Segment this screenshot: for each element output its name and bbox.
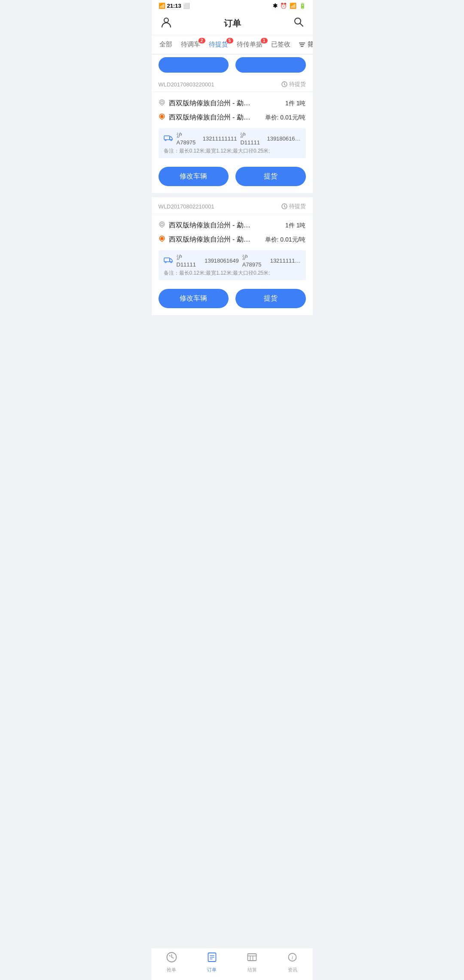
- to-pin-2: [159, 236, 165, 244]
- nav-orders-label: 订单: [207, 967, 217, 973]
- tab-signed[interactable]: 已签收: [267, 35, 295, 54]
- truck-icon-1: [164, 134, 173, 143]
- truck1-plate-1: 沪A78975: [177, 132, 199, 146]
- to-location-1: 西双版纳傣族自治州 - 勐…: [169, 113, 250, 122]
- truck2-phone-2: 13211111…: [270, 257, 301, 264]
- filter-label: 筛选: [308, 40, 313, 49]
- content: WLD20170803220001 待提货 西: [152, 75, 313, 315]
- order-card-1: WLD20170803220001 待提货 西: [152, 75, 313, 193]
- modify-vehicle-btn-2[interactable]: 修改车辆: [159, 289, 229, 308]
- to-pin-1: [159, 113, 165, 122]
- from-row-2: 西双版纳傣族自治州 - 勐… 1件 1吨: [159, 218, 306, 233]
- billing-icon: [247, 952, 258, 965]
- svg-point-16: [171, 262, 172, 263]
- truck-info-1: 沪A78975 13211111111 沪D11111 139180616… 备…: [159, 128, 306, 158]
- tab-all[interactable]: 全部: [155, 35, 177, 54]
- signal-icon: 📶: [159, 3, 165, 9]
- from-location-1: 西双版纳傣族自治州 - 勐…: [169, 99, 250, 108]
- truck2-plate-2: 沪A78975: [242, 254, 267, 268]
- order-status-2: 待提货: [281, 202, 306, 210]
- nav-grab-label: 抢单: [167, 967, 176, 973]
- svg-point-7: [161, 115, 163, 118]
- pickup-btn-1[interactable]: 提货: [235, 167, 306, 186]
- order-route-1: 西双版纳傣族自治州 - 勐… 1件 1吨 西双版纳傣族自治州 - 勐… 单价: …: [152, 92, 313, 125]
- search-icon[interactable]: [293, 16, 304, 30]
- price-1: 单价: 0.01元/吨: [265, 114, 306, 122]
- truck1-phone-2: 13918061649: [205, 257, 239, 264]
- svg-point-12: [161, 223, 163, 226]
- order-header-1: WLD20170803220001 待提货: [152, 75, 313, 92]
- to-row-2: 西双版纳傣族自治州 - 勐… 单价: 0.01元/吨: [159, 233, 306, 247]
- from-pin-2: [159, 221, 165, 230]
- svg-point-13: [161, 237, 163, 240]
- order-id-1: WLD20170803220001: [159, 81, 214, 88]
- nav-news[interactable]: i 资讯: [272, 952, 313, 973]
- svg-rect-22: [248, 954, 256, 961]
- truck1-plate-2: 沪D11111: [177, 254, 201, 268]
- svg-rect-14: [164, 258, 170, 262]
- battery-icon: 🔋: [299, 3, 306, 9]
- action-btns-1: 修改车辆 提货: [152, 162, 313, 193]
- quantity-2: 1件 1吨: [285, 222, 305, 230]
- nav-billing-label: 结算: [247, 967, 257, 973]
- status-right: ✱ ⏰ 📶 🔋: [273, 3, 306, 9]
- bottom-nav: 抢单 订单 结算 i: [152, 948, 313, 980]
- svg-rect-8: [164, 136, 170, 140]
- nav-grab[interactable]: 抢单: [152, 952, 192, 973]
- modify-vehicle-btn-1[interactable]: 修改车辆: [159, 167, 229, 186]
- truck-row-2: 沪D11111 13918061649 沪A78975 13211111…: [164, 254, 301, 268]
- tab-pending-pickup[interactable]: 待提货 5: [205, 35, 232, 55]
- bluetooth-icon: ✱: [273, 3, 278, 9]
- svg-point-0: [164, 18, 168, 22]
- truck1-phone-1: 13211111111: [203, 135, 237, 142]
- tab-pending-dispatch[interactable]: 待调车 2: [177, 35, 205, 54]
- news-icon: i: [287, 952, 298, 965]
- tab-pending-docs[interactable]: 待传单据 1: [232, 35, 267, 54]
- nav-news-label: 资讯: [288, 967, 297, 973]
- svg-point-10: [171, 140, 172, 141]
- from-row-1: 西双版纳傣族自治州 - 勐… 1件 1吨: [159, 96, 306, 110]
- from-location-2: 西双版纳傣族自治州 - 勐…: [169, 221, 250, 230]
- truck-icon-2: [164, 256, 173, 265]
- status-bar: 📶 21:13 ⬜ ✱ ⏰ 📶 🔋: [152, 0, 313, 12]
- time: 21:13: [167, 3, 181, 9]
- page-title: 订单: [224, 18, 241, 29]
- from-pin-1: [159, 99, 165, 108]
- truck-row-1: 沪A78975 13211111111 沪D11111 139180616…: [164, 132, 301, 146]
- action-btns-2: 修改车辆 提货: [152, 284, 313, 315]
- filter-button[interactable]: 筛选: [295, 35, 313, 54]
- truck-info-2: 沪D11111 13918061649 沪A78975 13211111… 备注…: [159, 250, 306, 280]
- truck2-plate-1: 沪D11111: [240, 132, 263, 146]
- storage-icon: ⬜: [183, 3, 190, 9]
- svg-point-15: [165, 262, 166, 263]
- grab-icon: [166, 952, 177, 965]
- header: 订单: [152, 12, 313, 35]
- svg-point-6: [161, 101, 163, 104]
- order-header-2: WLD20170802210001 待提货: [152, 197, 313, 214]
- to-row-1: 西双版纳傣族自治州 - 勐… 单价: 0.01元/吨: [159, 110, 306, 125]
- truck-notes-1: 备注：最长0.12米;最宽1.12米;最大口径0.25米;: [164, 147, 301, 155]
- nav-billing[interactable]: 结算: [232, 952, 272, 973]
- quantity-1: 1件 1吨: [285, 100, 305, 107]
- wifi-icon: 📶: [290, 3, 296, 9]
- truck-notes-2: 备注：最长0.12米;最宽1.12米;最大口径0.25米;: [164, 270, 301, 277]
- orders-icon: [206, 952, 217, 965]
- strip-btn-2[interactable]: [235, 57, 306, 73]
- user-icon[interactable]: [160, 16, 172, 31]
- order-route-2: 西双版纳傣族自治州 - 勐… 1件 1吨 西双版纳傣族自治州 - 勐… 单价: …: [152, 214, 313, 247]
- truck2-phone-1: 139180616…: [267, 135, 300, 142]
- top-strip: [152, 55, 313, 75]
- order-id-2: WLD20170802210001: [159, 203, 214, 210]
- strip-btn-1[interactable]: [159, 57, 229, 73]
- nav-orders[interactable]: 订单: [192, 952, 232, 973]
- pickup-btn-2[interactable]: 提货: [235, 289, 306, 308]
- to-location-2: 西双版纳傣族自治州 - 勐…: [169, 235, 250, 244]
- status-left: 📶 21:13 ⬜: [159, 3, 190, 9]
- svg-text:i: i: [292, 955, 293, 961]
- alarm-icon: ⏰: [280, 3, 287, 9]
- svg-point-9: [165, 140, 166, 141]
- order-card-2: WLD20170802210001 待提货 西: [152, 197, 313, 315]
- price-2: 单价: 0.01元/吨: [265, 236, 306, 244]
- tab-nav: 全部 待调车 2 待提货 5 待传单据 1 已签收 筛选: [152, 35, 313, 55]
- order-status-1: 待提货: [281, 80, 306, 88]
